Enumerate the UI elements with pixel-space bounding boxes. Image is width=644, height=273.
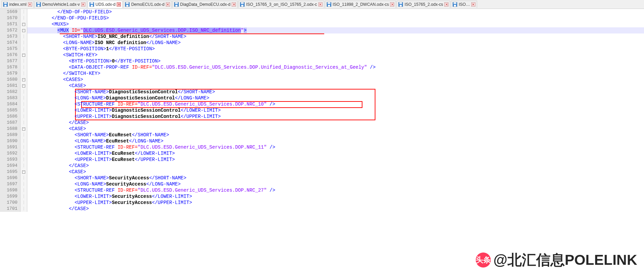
tab-demoecu1-odx-d[interactable]: DemoECU1.odx-d✕ (123, 1, 171, 8)
fold-minus-icon[interactable]: − (22, 170, 25, 174)
fold-marker[interactable]: │ (20, 40, 27, 46)
code-line-1676[interactable]: <SWITCH-KEY> (27, 52, 644, 58)
fold-marker[interactable]: │ (20, 58, 27, 64)
fold-minus-icon[interactable]: − (22, 78, 25, 81)
fold-column[interactable]: ││−−│││−│││−−││││││−││││││−││││││ (20, 9, 27, 212)
fold-marker[interactable]: │ (20, 101, 27, 107)
tab-iso-[interactable]: ISO…✕ (451, 1, 477, 8)
fold-marker[interactable]: │ (20, 144, 27, 150)
code-line-1682[interactable]: <SHORT-NAME>DiagnosticSessionControl</SH… (27, 89, 644, 95)
code-line-1687[interactable]: </CASE> (27, 120, 644, 126)
fold-marker[interactable]: − (20, 21, 27, 27)
svg-rect-1 (4, 2, 7, 4)
code-content[interactable]: </END-OF-PDU-FIELD> </END-OF-PDU-FIELDS>… (27, 9, 644, 212)
code-line-1686[interactable]: <UPPER-LIMIT>DiagnosticSessionControl</U… (27, 113, 644, 120)
code-line-1696[interactable]: <SHORT-NAME>SecurityAccess</SHORT-NAME> (27, 175, 644, 181)
tab-iso-15765-3-on-iso-15765-2-odx-c[interactable]: ISO_15765_3_on_ISO_15765_2.odx-c✕ (238, 1, 324, 8)
code-line-1673[interactable]: <SHORT-NAME>ISO_NRC_definition</SHORT-NA… (27, 33, 644, 40)
fold-marker[interactable]: │ (20, 95, 27, 101)
code-line-1699[interactable]: <LOWER-LIMIT>SecurityAccess</LOWER-LIMIT… (27, 193, 644, 200)
tab-iso-11898-2-dwcan-odx-cs[interactable]: ISO_11898_2_DWCAN.odx-cs✕ (325, 1, 396, 8)
code-line-1692[interactable]: <LOWER-LIMIT>EcuReset</LOWER-LIMIT> (27, 150, 644, 156)
fold-marker[interactable]: │ (20, 200, 27, 206)
fold-marker[interactable]: │ (20, 70, 27, 77)
code-line-1694[interactable]: </CASE> (27, 163, 644, 169)
fold-marker[interactable]: │ (20, 46, 27, 52)
unsaved-icon[interactable]: ✕ (117, 2, 121, 6)
code-line-1685[interactable]: <LOWER-LIMIT>DiagnosticSessionControl</L… (27, 107, 644, 113)
fold-minus-icon[interactable]: − (22, 84, 25, 87)
code-line-1679[interactable]: </SWITCH-KEY> (27, 70, 644, 77)
svg-rect-26 (454, 5, 456, 6)
fold-marker[interactable]: │ (20, 132, 27, 138)
close-icon[interactable]: ✕ (318, 2, 323, 6)
code-line-1680[interactable]: <CASES> (27, 77, 644, 83)
tab-bar: index.xml✕DemoVehicle1.odx-v✕UDS.odx-d✕D… (0, 0, 644, 9)
close-icon[interactable]: ✕ (444, 2, 448, 6)
fold-marker[interactable]: − (20, 52, 27, 58)
code-line-1698[interactable]: <STRUCTURE-REF ID-REF="DLC.UDS.ESD.Gener… (27, 187, 644, 193)
fold-marker[interactable]: │ (20, 33, 27, 40)
code-line-1669[interactable]: </END-OF-PDU-FIELD> (27, 9, 644, 15)
svg-rect-5 (38, 5, 40, 6)
code-line-1690[interactable]: <LONG-NAME>EcuReset</LONG-NAME> (27, 138, 644, 144)
code-line-1675[interactable]: <BYTE-POSITION>1</BYTE-POSITION> (27, 46, 644, 52)
fold-marker[interactable]: │ (20, 206, 27, 212)
code-line-1681[interactable]: <CASE> (27, 83, 644, 89)
fold-marker[interactable]: − (20, 169, 27, 175)
code-line-1693[interactable]: <UPPER-LIMIT>EcuReset</UPPER-LIMIT> (27, 156, 644, 163)
fold-marker[interactable]: │ (20, 175, 27, 181)
fold-marker[interactable]: │ (20, 150, 27, 156)
close-icon[interactable]: ✕ (166, 2, 170, 6)
tab-demovehicle1-odx-v[interactable]: DemoVehicle1.odx-v✕ (34, 1, 87, 8)
fold-marker[interactable]: │ (20, 193, 27, 200)
code-line-1695[interactable]: <CASE> (27, 169, 644, 175)
line-number: 1669 (0, 9, 20, 15)
close-icon[interactable]: ✕ (471, 2, 475, 6)
fold-marker[interactable]: − (20, 77, 27, 83)
fold-minus-icon[interactable]: − (22, 29, 25, 32)
code-editor[interactable]: 1669167016711672167316741675167616771678… (0, 9, 644, 212)
fold-marker[interactable]: − (20, 126, 27, 132)
code-line-1671[interactable]: <MUXS> (27, 21, 644, 27)
fold-minus-icon[interactable]: − (22, 23, 25, 26)
fold-marker[interactable]: − (20, 27, 27, 33)
code-line-1674[interactable]: <LONG-NAME>ISO NRC definition</LONG-NAME… (27, 40, 644, 46)
fold-marker[interactable]: │ (20, 15, 27, 21)
fold-marker[interactable]: │ (20, 9, 27, 15)
tab-index-xml[interactable]: index.xml✕ (1, 1, 34, 8)
fold-marker[interactable]: │ (20, 113, 27, 120)
fold-marker[interactable]: │ (20, 163, 27, 169)
fold-marker[interactable]: │ (20, 181, 27, 187)
tab-uds-odx-d[interactable]: UDS.odx-d✕ (88, 1, 123, 8)
code-line-1678[interactable]: <DATA-OBJECT-PROP-REF ID-REF="DLC.UDS.ES… (27, 64, 644, 70)
close-icon[interactable]: ✕ (390, 2, 394, 6)
fold-minus-icon[interactable]: − (22, 127, 25, 131)
fold-marker[interactable]: │ (20, 156, 27, 163)
fold-marker[interactable]: │ (20, 107, 27, 113)
close-icon[interactable]: ✕ (232, 2, 236, 6)
fold-marker[interactable]: │ (20, 64, 27, 70)
code-line-1689[interactable]: <SHORT-NAME>EcuReset</SHORT-NAME> (27, 132, 644, 138)
code-line-1684[interactable]: <STRUCTURE-REF ID-REF="DLC.UDS.ESD.Gener… (27, 101, 644, 107)
code-line-1670[interactable]: </END-OF-PDU-FIELDS> (27, 15, 644, 21)
tab-diagdata-demoecu-odx-d[interactable]: DiagData_DemoECU.odx-d✕ (172, 1, 238, 8)
fold-marker[interactable]: │ (20, 120, 27, 126)
fold-marker[interactable]: │ (20, 138, 27, 144)
fold-marker[interactable]: │ (20, 89, 27, 95)
close-icon[interactable]: ✕ (81, 2, 85, 6)
code-line-1688[interactable]: <CASE> (27, 126, 644, 132)
code-line-1697[interactable]: <LONG-NAME>SecurityAccess</LONG-NAME> (27, 181, 644, 187)
code-line-1672[interactable]: <MUX ID="DLC.UDS.ESD.Generic_UDS_Service… (27, 27, 644, 33)
tab-iso-15765-2-odx-cs[interactable]: ISO_15765_2.odx-cs✕ (397, 1, 450, 8)
code-line-1701[interactable]: </CASE> (27, 206, 644, 212)
close-icon[interactable]: ✕ (28, 2, 32, 6)
code-line-1700[interactable]: <UPPER-LIMIT>SecurityAccess</UPPER-LIMIT… (27, 200, 644, 206)
code-line-1683[interactable]: <LONG-NAME>DiagnosticSessionControl</LON… (27, 95, 644, 101)
fold-marker[interactable]: │ (20, 187, 27, 193)
line-number: 1671 (0, 21, 20, 27)
fold-marker[interactable]: − (20, 83, 27, 89)
code-line-1691[interactable]: <STRUCTURE-REF ID-REF="DLC.UDS.ESD.Gener… (27, 144, 644, 150)
code-line-1677[interactable]: <BYTE-POSITION>0</BYTE-POSITION> (27, 58, 644, 64)
fold-minus-icon[interactable]: − (22, 54, 25, 57)
